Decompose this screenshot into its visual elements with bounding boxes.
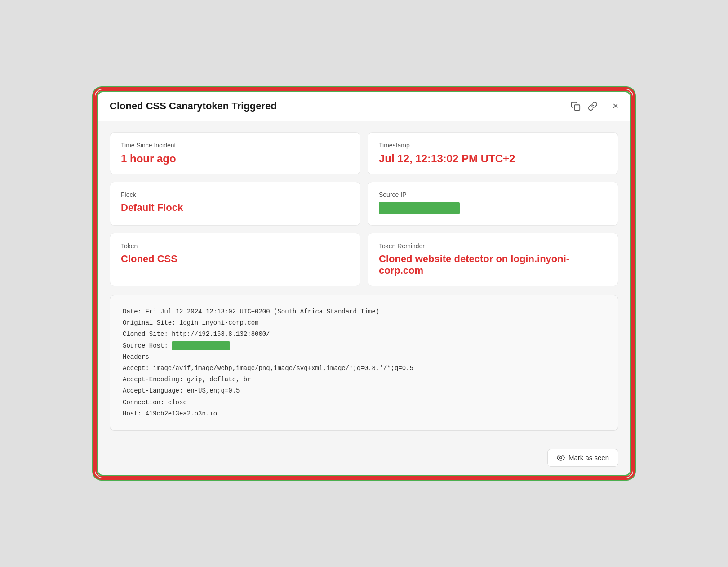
mark-seen-label: Mark as seen: [568, 454, 609, 461]
card-token: Token Cloned CSS: [110, 233, 360, 286]
value-timestamp: Jul 12, 12:13:02 PM UTC+2: [379, 152, 607, 165]
svg-point-1: [560, 457, 562, 459]
label-time-since-incident: Time Since Incident: [121, 142, 349, 149]
header-actions: ×: [571, 101, 618, 112]
label-token-reminder: Token Reminder: [379, 242, 607, 250]
log-line-7: Accept-Language: en-US,en;q=0.5: [123, 385, 605, 397]
value-token-reminder: Cloned website detector on login.inyoni-…: [379, 253, 607, 277]
value-time-since-incident: 1 hour ago: [121, 152, 349, 165]
modal-header: Cloned CSS Canarytoken Triggered ×: [95, 89, 633, 121]
log-line-2: Cloned Site: http://192.168.8.132:8000/: [123, 329, 605, 340]
value-flock: Default Flock: [121, 202, 349, 214]
label-timestamp: Timestamp: [379, 142, 607, 149]
log-line-5: Accept: image/avif,image/webp,image/png,…: [123, 363, 605, 374]
log-line-8: Connection: close: [123, 397, 605, 408]
value-token: Cloned CSS: [121, 253, 349, 265]
log-line-4: Headers:: [123, 352, 605, 363]
label-source-ip: Source IP: [379, 191, 607, 198]
close-button[interactable]: ×: [613, 101, 618, 111]
header-divider: [605, 101, 605, 112]
link-icon[interactable]: [588, 101, 598, 111]
card-timestamp: Timestamp Jul 12, 12:13:02 PM UTC+2: [368, 132, 618, 174]
label-token: Token: [121, 242, 349, 250]
copy-icon[interactable]: [571, 101, 581, 111]
label-flock: Flock: [121, 191, 349, 198]
modal-title: Cloned CSS Canarytoken Triggered: [110, 100, 277, 112]
log-line-0: Date: Fri Jul 12 2024 12:13:02 UTC+0200 …: [123, 306, 605, 317]
modal-container: Cloned CSS Canarytoken Triggered ×: [94, 89, 634, 478]
card-source-ip: Source IP: [368, 182, 618, 226]
value-source-ip-redacted: [379, 202, 460, 214]
modal-content: Time Since Incident 1 hour ago Timestamp…: [95, 121, 633, 442]
card-token-reminder: Token Reminder Cloned website detector o…: [368, 233, 618, 286]
log-line-3: Source Host:: [123, 340, 605, 352]
mark-as-seen-button[interactable]: Mark as seen: [547, 449, 618, 467]
log-line-1: Original Site: login.inyoni-corp.com: [123, 317, 605, 329]
log-box[interactable]: Date: Fri Jul 12 2024 12:13:02 UTC+0200 …: [110, 295, 618, 431]
eye-icon: [557, 454, 565, 462]
card-time-since-incident: Time Since Incident 1 hour ago: [110, 132, 360, 174]
modal-footer: Mark as seen: [95, 442, 633, 478]
source-host-redacted: [172, 341, 230, 350]
log-line-9: Host: 419cb2e13ea2.o3n.io: [123, 408, 605, 420]
svg-rect-0: [574, 105, 580, 110]
log-line-6: Accept-Encoding: gzip, deflate, br: [123, 374, 605, 385]
info-grid: Time Since Incident 1 hour ago Timestamp…: [110, 132, 618, 286]
card-flock: Flock Default Flock: [110, 182, 360, 226]
